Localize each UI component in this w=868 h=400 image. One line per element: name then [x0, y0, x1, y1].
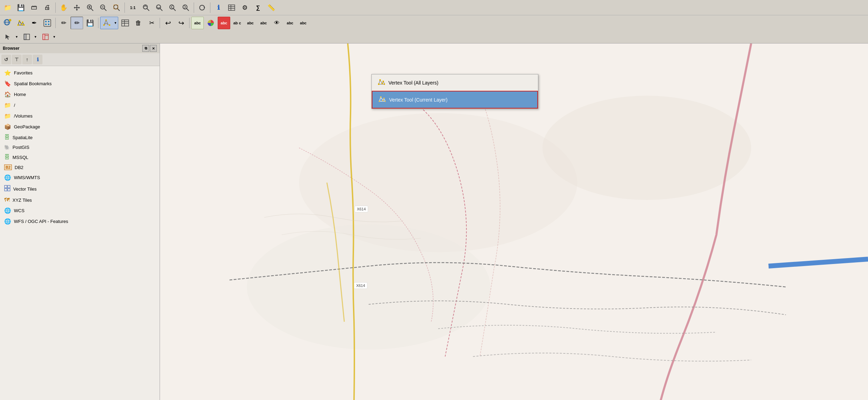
- vertex-tool-current-layer-item[interactable]: Vertex Tool (Current Layer): [372, 91, 538, 109]
- label-button-3[interactable]: abc: [244, 17, 257, 29]
- toolbar-row1: 📁 💾 🗃 🖨 ✋ 1:1: [0, 0, 868, 15]
- panel-title-buttons: ⧉ ✕: [142, 45, 157, 52]
- browser-item-geopackage[interactable]: 📦 GeoPackage: [0, 121, 160, 132]
- wfs-icon: 🌐: [4, 218, 11, 225]
- zoom-layer-button[interactable]: [153, 1, 166, 14]
- eye-button[interactable]: 👁: [271, 17, 283, 29]
- browser-item-spatialite[interactable]: 🗄 SpatiaLite: [0, 132, 160, 143]
- home-icon: 🏠: [4, 91, 11, 98]
- zoom-next-button[interactable]: [179, 1, 192, 14]
- map-area[interactable]: X614 X614 Vertex Tool (All Layers) Verte…: [160, 43, 868, 400]
- label-button-1[interactable]: abc: [191, 17, 204, 29]
- svg-rect-51: [8, 185, 10, 188]
- save-button[interactable]: 💾: [15, 1, 27, 14]
- pie-chart-button[interactable]: [204, 17, 217, 29]
- label-button-6[interactable]: abc: [297, 17, 310, 29]
- zoom-full-button[interactable]: [140, 1, 152, 14]
- select-tool-dropdown[interactable]: ▼: [1, 31, 19, 43]
- root-label: /: [14, 103, 15, 108]
- edit-table-button[interactable]: [119, 17, 131, 29]
- svg-rect-19: [228, 5, 235, 10]
- svg-rect-48: [43, 34, 45, 40]
- browser-item-spatial-bookmarks[interactable]: 🔖 Spatial Bookmarks: [0, 78, 160, 89]
- browser-item-favorites[interactable]: ⭐ Favorites: [0, 67, 160, 78]
- browser-refresh-button[interactable]: ↺: [1, 55, 11, 64]
- save-edits-button[interactable]: 💾: [84, 17, 96, 29]
- browser-item-postgis[interactable]: 🐘 PostGIS: [0, 143, 160, 152]
- wfs-label: WFS / OGC API - Features: [14, 219, 68, 224]
- label-button-4[interactable]: abc: [257, 17, 270, 29]
- undo-button[interactable]: ↩: [162, 17, 174, 29]
- browser-item-xyz-tiles[interactable]: 🗺 XYZ Tiles: [0, 195, 160, 205]
- open-folder-button[interactable]: 📁: [1, 1, 14, 14]
- select-dropdown-arrow[interactable]: ▼: [14, 31, 19, 43]
- browser-item-db2[interactable]: B2 DB2: [0, 162, 160, 172]
- svg-point-57: [247, 224, 490, 350]
- panel-toggle-dropdown[interactable]: ▼: [20, 31, 38, 43]
- delete-feature-button[interactable]: 🗑: [132, 17, 145, 29]
- volumes-icon: 📁: [4, 113, 11, 119]
- pencil-active-button[interactable]: ✏: [71, 17, 83, 29]
- globe-digitize-button[interactable]: [1, 17, 14, 29]
- vertex-tool-all-layers-label: Vertex Tool (All Layers): [388, 80, 439, 86]
- layers-toggle-dropdown[interactable]: ▼: [39, 31, 57, 43]
- vertex-tool-dropdown-button[interactable]: ▼: [100, 17, 118, 29]
- favorites-icon: ⭐: [4, 70, 11, 76]
- move-feature-button[interactable]: [71, 1, 83, 14]
- vertex-tool-all-layers-item[interactable]: Vertex Tool (All Layers): [372, 74, 538, 91]
- pencil-button[interactable]: ✏: [57, 17, 70, 29]
- vertex-all-layers-button[interactable]: [15, 17, 27, 29]
- spatialite-icon: 🗄: [4, 134, 10, 141]
- pan-button[interactable]: ✋: [57, 1, 70, 14]
- layers-dropdown-arrow[interactable]: ▼: [52, 31, 57, 43]
- vertex-tool-current-layer-label: Vertex Tool (Current Layer): [389, 97, 448, 103]
- refresh-button[interactable]: [196, 1, 208, 14]
- vertex-tool-dropdown-arrow[interactable]: ▼: [113, 17, 118, 29]
- zoom-previous-button[interactable]: [166, 1, 179, 14]
- browser-item-volumes[interactable]: 📁 /Volumes: [0, 111, 160, 121]
- zoom-in-button[interactable]: [84, 1, 96, 14]
- cut-feature-button[interactable]: ✂: [145, 17, 158, 29]
- separator-4: [210, 2, 210, 13]
- zoom-out-button[interactable]: [97, 1, 110, 14]
- svg-rect-40: [122, 20, 129, 26]
- zoom-rubber-band-button[interactable]: [110, 1, 123, 14]
- browser-item-vector-tiles[interactable]: Vector Tiles: [0, 183, 160, 195]
- attributes-table-button[interactable]: [225, 1, 238, 14]
- svg-rect-64: [381, 83, 383, 84]
- browser-info-button[interactable]: ℹ: [33, 55, 42, 64]
- volumes-label: /Volumes: [14, 113, 32, 119]
- panel-float-button[interactable]: ⧉: [142, 45, 149, 52]
- sum-button[interactable]: ∑: [252, 1, 264, 14]
- settings-button[interactable]: ⚙: [239, 1, 251, 14]
- browser-item-home[interactable]: 🏠 Home: [0, 89, 160, 100]
- ruler-button[interactable]: 📏: [265, 1, 278, 14]
- browser-panel: Browser ⧉ ✕ ↺ ⊤ ↑ ℹ ⭐ Favorites 🔖 Spatia…: [0, 43, 160, 400]
- print-button[interactable]: 🖨: [41, 1, 54, 14]
- identify-button[interactable]: ℹ: [212, 1, 225, 14]
- browser-item-mssql[interactable]: 🗄 MSSQL: [0, 152, 160, 162]
- zoom-native-button[interactable]: 1:1: [127, 1, 139, 14]
- browser-toolbar: ↺ ⊤ ↑ ℹ: [0, 53, 160, 66]
- circuit-button[interactable]: [41, 17, 54, 29]
- svg-rect-70: [383, 98, 385, 99]
- vector-tiles-icon: [4, 185, 10, 193]
- svg-rect-66: [384, 83, 385, 85]
- label-button-2[interactable]: ab c: [231, 17, 243, 29]
- browser-item-wcs[interactable]: 🌐 WCS: [0, 205, 160, 216]
- vector-tiles-label: Vector Tiles: [13, 186, 37, 192]
- feather-button[interactable]: ✒: [28, 17, 40, 29]
- svg-rect-35: [45, 24, 47, 25]
- svg-text:X614: X614: [357, 207, 366, 211]
- browser-filter-button[interactable]: ⊤: [12, 55, 22, 64]
- browser-item-root[interactable]: 📁 /: [0, 100, 160, 111]
- save-as-button[interactable]: 🗃: [28, 1, 40, 14]
- label-button-5[interactable]: abc: [284, 17, 296, 29]
- browser-item-wfs[interactable]: 🌐 WFS / OGC API - Features: [0, 216, 160, 227]
- panel-dropdown-arrow[interactable]: ▼: [33, 31, 38, 43]
- label-red-button[interactable]: abc: [218, 17, 230, 29]
- browser-collapse-button[interactable]: ↑: [22, 55, 32, 64]
- panel-close-button[interactable]: ✕: [150, 45, 157, 52]
- redo-button[interactable]: ↪: [175, 17, 187, 29]
- browser-item-wms-wmts[interactable]: 🌐 WMS/WMTS: [0, 172, 160, 183]
